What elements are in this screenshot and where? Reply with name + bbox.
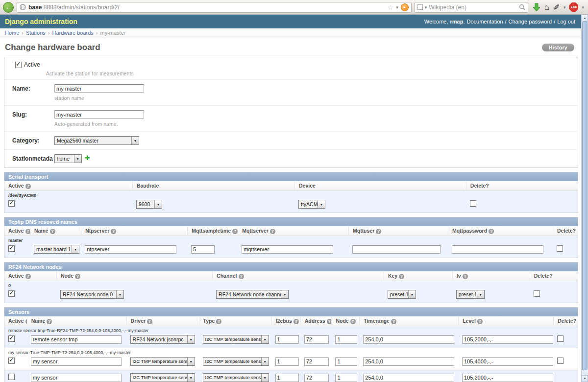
sensor-driver-select[interactable]: RF24 Network jsonrpc▼	[130, 335, 195, 344]
slug-input[interactable]	[54, 110, 144, 119]
change-password-link[interactable]: Change password	[509, 19, 552, 24]
rf24-iv-select[interactable]: preset 1▼	[456, 290, 485, 299]
chevron-down-icon: ▼	[318, 200, 325, 208]
sensor-delete-checkbox[interactable]	[557, 358, 564, 364]
search-engine-dropdown-icon[interactable]: ▾	[425, 5, 427, 10]
home-icon[interactable]: ⌂	[544, 3, 549, 11]
bookmark-star-icon[interactable]: ☆	[388, 4, 394, 10]
serial-header-row: Active? Baudrate Device Delete?	[4, 181, 578, 191]
rf24-section: RF24 Network nodes Active? Node? Channel…	[4, 262, 578, 303]
feather-icon[interactable]	[553, 3, 560, 11]
name-input[interactable]	[54, 84, 144, 93]
history-dropdown-icon[interactable]: ▾	[564, 5, 566, 10]
rf24-delete-checkbox[interactable]	[534, 290, 540, 297]
rf24-row: 0 ✓ RF24 Network node 0▼ RF24 Network no…	[4, 281, 578, 303]
sensor-i2cbus-input[interactable]	[275, 335, 299, 344]
sensor-timerange-input[interactable]	[363, 358, 454, 366]
sensor-type-select[interactable]: I2C TMP temperature sensor▼	[203, 335, 269, 344]
url-bar[interactable]: base:8888/admin/stations/board/2/ ☆ ▾ ▸	[17, 2, 412, 13]
search-engine-icon[interactable]	[417, 4, 423, 10]
breadcrumb-hardware-boards-link[interactable]: Hardware boards	[52, 28, 93, 38]
main-form: ✓ Active Activate the station for measur…	[4, 57, 578, 168]
scrollbar[interactable]: ▲ ▼	[581, 15, 588, 382]
rf24-node-select[interactable]: RF24 Network node 0▼	[60, 290, 124, 299]
mqttserver-input[interactable]	[242, 245, 333, 254]
go-icon[interactable]: ▸	[401, 3, 409, 11]
sensor-i2cbus-input[interactable]	[275, 358, 299, 366]
search-bar[interactable]: ▾ Wikipedia (en)	[415, 2, 528, 13]
sensor-timerange-input[interactable]	[363, 335, 454, 344]
breadcrumb-stations-link[interactable]: Stations	[26, 28, 46, 38]
category-select[interactable]: Mega2560 master ▼	[54, 136, 139, 145]
sensor-address-input[interactable]	[304, 335, 329, 344]
sensor-node-input[interactable]	[335, 374, 357, 382]
rf24-key-select[interactable]: preset 1▼	[388, 290, 416, 299]
mqttuser-input[interactable]	[352, 245, 441, 254]
sensor-driver-select[interactable]: I2C TMP temperature sensor▼	[130, 373, 195, 382]
back-arrow-icon: ←	[5, 3, 12, 11]
rf24-row-label: 0	[4, 281, 578, 288]
scroll-down-icon[interactable]: ▼	[582, 375, 588, 382]
serial-delete-checkbox[interactable]	[470, 200, 476, 207]
stationmetadata-select[interactable]: home ▼	[54, 154, 82, 163]
breadcrumb-home-link[interactable]: Home	[5, 28, 19, 38]
sensor-active-checkbox[interactable]: ✓	[8, 358, 15, 364]
sensor-row-label: remote sensor tmp-True-RF24-TMP-72-254,0…	[4, 326, 578, 333]
sensor-level-input[interactable]	[462, 374, 553, 382]
name-label: Name:	[12, 84, 54, 92]
documentation-link[interactable]: Documentation	[467, 19, 503, 24]
baudrate-select[interactable]: 9600▼	[136, 200, 162, 209]
search-input[interactable]: Wikipedia (en)	[429, 4, 516, 11]
search-icon[interactable]	[519, 4, 525, 10]
active-checkbox[interactable]: ✓	[15, 62, 22, 68]
adblock-dropdown-icon[interactable]: ▾	[582, 5, 584, 10]
site-title[interactable]: Django administration	[5, 18, 77, 25]
sensor-delete-checkbox[interactable]	[557, 335, 564, 342]
sensor-type-select[interactable]: I2C TMP temperature sensor▼	[203, 357, 269, 366]
sensor-address-input[interactable]	[304, 358, 329, 366]
sensor-active-checkbox[interactable]	[8, 374, 15, 380]
sensor-active-checkbox[interactable]: ✓	[8, 335, 15, 342]
tcpip-name-select[interactable]: master board 1▼	[34, 245, 79, 254]
logout-link[interactable]: Log out	[557, 19, 575, 24]
help-icon: ?	[391, 319, 396, 324]
tcpip-delete-checkbox[interactable]	[557, 245, 563, 252]
back-button[interactable]: ←	[3, 2, 14, 13]
serial-active-checkbox[interactable]: ✓	[8, 200, 15, 207]
mqttpassword-input[interactable]	[452, 245, 543, 254]
sensor-type-select[interactable]: I2C TMP temperature sensor▼	[203, 373, 269, 382]
sensor-node-input[interactable]	[335, 358, 357, 366]
sensor-driver-select[interactable]: I2C TMP temperature sensor▼	[130, 357, 195, 366]
url-dropdown-icon[interactable]: ▾	[396, 5, 398, 10]
adblock-icon[interactable]: ABP	[569, 2, 578, 12]
ntpserver-input[interactable]	[85, 245, 176, 254]
sensor-timerange-input[interactable]	[363, 374, 454, 382]
sensor-name-input[interactable]	[31, 358, 122, 366]
serial-row-label: /dev/ttyACM0	[4, 191, 578, 198]
sensor-i2cbus-input[interactable]	[275, 374, 299, 382]
tcpip-active-checkbox[interactable]: ✓	[8, 245, 15, 252]
sensor-node-input[interactable]	[335, 335, 357, 344]
slug-label: Slug:	[12, 110, 54, 118]
sensor-name-input[interactable]	[31, 374, 122, 382]
toolbar-icons: ⌂ ▾ ABP ▾	[531, 2, 585, 12]
scroll-up-icon[interactable]: ▲	[582, 15, 588, 22]
sensor-name-input[interactable]	[31, 335, 122, 344]
name-field-row: Name: station name	[4, 80, 578, 106]
sensor-level-input[interactable]	[462, 335, 553, 344]
add-stationmetadata-icon[interactable]: ✚	[85, 154, 90, 162]
serial-transport-title: Serial transport	[4, 172, 578, 181]
rf24-active-checkbox[interactable]: ✓	[8, 290, 15, 297]
sensor-address-input[interactable]	[304, 374, 329, 382]
tcpip-row-label: master	[4, 236, 578, 243]
mqttsampletime-input[interactable]	[191, 245, 215, 254]
url-text[interactable]: base:8888/admin/stations/board/2/	[28, 4, 385, 11]
history-button[interactable]: History	[542, 44, 574, 51]
chevron-down-icon: ▼	[261, 335, 269, 343]
help-icon: ?	[25, 229, 30, 234]
download-icon[interactable]	[532, 3, 541, 12]
rf24-channel-select[interactable]: RF24 Network node channel 93▼	[216, 290, 289, 299]
device-select[interactable]: ttyACM0▼	[298, 200, 325, 209]
scroll-thumb[interactable]	[582, 22, 588, 370]
sensor-level-input[interactable]	[462, 358, 553, 366]
